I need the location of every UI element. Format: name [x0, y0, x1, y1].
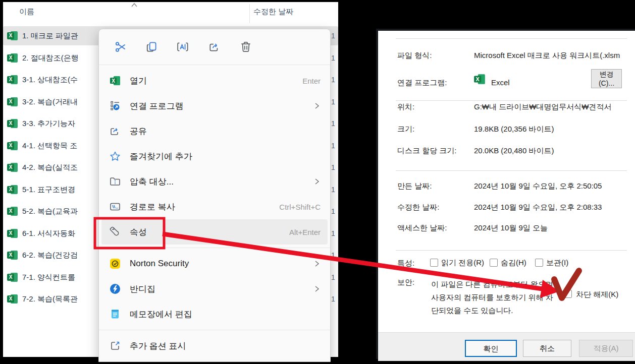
- excel-file-icon: X: [7, 185, 18, 195]
- menu-divider: [99, 330, 330, 330]
- unblock-checkbox[interactable]: [564, 289, 572, 298]
- excel-file-icon: X: [7, 97, 18, 107]
- menu-item-label: 경로로 복사: [130, 201, 275, 213]
- column-header-modified[interactable]: 수정한 날짜: [253, 7, 293, 17]
- norton-security-icon: [109, 258, 122, 270]
- size-on-disk-label: 디스크 할당 크기:: [397, 146, 457, 156]
- menu-item-share[interactable]: 공유: [101, 118, 328, 144]
- sort-ascending-icon[interactable]: [130, 2, 138, 8]
- excel-file-icon: X: [7, 272, 18, 282]
- attributes-label: 특성:: [397, 259, 414, 268]
- context-menu-toolbar: [99, 29, 330, 65]
- file-name: 3-2. 복습(거래내: [22, 92, 99, 111]
- context-menu: X 열기 Enter 연결 프로그램: [98, 29, 331, 362]
- checkbox-unchecked-icon: [564, 290, 572, 298]
- cut-button[interactable]: [105, 34, 136, 60]
- menu-item-open-with[interactable]: 연결 프로그램: [101, 93, 328, 118]
- file-name: 5-1. 표구조변경: [22, 180, 99, 199]
- menu-item-label: 열기: [130, 75, 298, 87]
- checkbox-unchecked-icon: [535, 259, 543, 267]
- menu-item-shortcut: Enter: [302, 77, 321, 85]
- svg-text:X: X: [476, 76, 480, 82]
- size-on-disk-value: 20.0KB (20,480 바이트): [474, 146, 634, 156]
- delete-icon: [239, 40, 252, 53]
- checkbox-unchecked-icon: [430, 259, 438, 267]
- file-date-fragment: 1: [331, 136, 335, 155]
- created-value: 2024년 10월 9일 수요일, 오후 2:50:05: [474, 181, 634, 191]
- menu-item-edit-in-notepad[interactable]: 메모장에서 편집: [101, 301, 328, 327]
- properties-dialog: 파일 형식: Microsoft Excel 매크로 사용 워크시트(.xlsm…: [376, 29, 635, 359]
- open-with-label: 연결 프로그램:: [397, 78, 447, 88]
- svg-text:X: X: [112, 78, 115, 84]
- column-header-name[interactable]: 이름: [19, 7, 34, 17]
- dialog-separator: [396, 170, 627, 171]
- menu-item-add-to-favorites[interactable]: 즐겨찾기에 추가: [101, 144, 328, 169]
- column-divider[interactable]: [249, 4, 250, 23]
- menu-item-open[interactable]: X 열기 Enter: [101, 68, 328, 93]
- file-date-fragment: 1: [331, 48, 335, 68]
- bandizip-icon: [109, 283, 122, 295]
- file-date-fragment: 1: [331, 26, 335, 45]
- menu-item-label: 공유: [130, 126, 321, 137]
- menu-item-copy-as-path[interactable]: 경로로 복사 Ctrl+Shift+C: [101, 194, 328, 219]
- menu-item-label: 압축 대상...: [130, 176, 308, 188]
- file-name: 3-1. 상대참조(수: [22, 70, 99, 89]
- hidden-checkbox[interactable]: 숨김(H): [490, 258, 526, 268]
- notepad-icon: [109, 308, 122, 320]
- delete-button[interactable]: [230, 34, 261, 60]
- accessed-label: 액세스한 날짜:: [397, 223, 447, 233]
- cancel-button[interactable]: 취소: [523, 340, 571, 357]
- excel-file-icon: X: [7, 118, 18, 129]
- menu-item-shortcut: Alt+Enter: [289, 228, 321, 236]
- share-button[interactable]: [199, 34, 230, 60]
- menu-item-shortcut: Ctrl+Shift+C: [279, 203, 321, 211]
- zip-folder-icon: [109, 175, 122, 188]
- location-label: 위치:: [397, 102, 414, 112]
- share-icon: [109, 125, 122, 137]
- read-only-checkbox[interactable]: 읽기 전용(R): [430, 258, 484, 268]
- file-name: 6-2. 복습(건강검: [22, 246, 99, 265]
- dialog-footer: 확인 취소 적용(A): [378, 332, 635, 361]
- menu-item-norton-security[interactable]: Norton Security: [101, 251, 328, 276]
- excel-file-icon: X: [7, 31, 18, 41]
- file-date-fragment: 1: [331, 224, 335, 243]
- open-with-icon: [109, 100, 122, 112]
- menu-item-properties[interactable]: 속성 Alt+Enter: [101, 219, 328, 245]
- copy-icon: [145, 40, 158, 53]
- menu-item-bandizip[interactable]: 반디집: [101, 276, 328, 301]
- file-type-value: Microsoft Excel 매크로 사용 워크시트(.xlsm: [474, 51, 634, 60]
- show-more-options-icon: [109, 340, 122, 352]
- menu-item-compress-to[interactable]: 압축 대상...: [101, 169, 328, 194]
- rename-button[interactable]: [168, 34, 199, 60]
- location-value: G:₩내 드라이브₩대명업무서식₩견적서: [474, 102, 634, 112]
- chevron-right-icon: [312, 285, 321, 293]
- file-name: 2. 절대참조(은행: [22, 48, 99, 68]
- modified-value: 2024년 10월 9일 수요일, 오후 2:08:33: [474, 203, 634, 212]
- wrench-icon: [109, 226, 122, 238]
- dialog-separator: [396, 250, 627, 251]
- checkbox-unchecked-icon: [490, 259, 498, 267]
- archive-checkbox[interactable]: 보관(I): [535, 258, 568, 268]
- rename-icon: [177, 40, 190, 53]
- file-date-fragment: 1: [331, 92, 335, 111]
- ok-button[interactable]: 확인: [465, 340, 517, 357]
- created-label: 만든 날짜:: [397, 181, 432, 191]
- accessed-value: 2024년 10월 9일 오늘: [474, 223, 634, 233]
- menu-item-label: 연결 프로그램: [130, 100, 308, 112]
- excel-file-icon: X: [7, 206, 18, 216]
- file-name: 3-3. 추가기능자: [22, 114, 99, 133]
- excel-file-icon: X: [7, 75, 18, 85]
- menu-item-label: 추가 옵션 표시: [130, 340, 321, 352]
- menu-item-show-more-options[interactable]: 추가 옵션 표시: [101, 333, 328, 358]
- file-name: 7-2. 복습(목록관: [22, 289, 99, 309]
- copy-button[interactable]: [136, 34, 168, 60]
- file-date-fragment: 1: [331, 246, 335, 265]
- excel-app-icon: X: [109, 75, 122, 87]
- security-description: 이 파일은 다른 컴퓨터로부터 왔으며 사용자의 컴퓨터를 보호하기 위해 차 …: [431, 278, 563, 317]
- file-date-fragment: 1: [331, 268, 335, 287]
- file-date-fragment: 1: [331, 70, 335, 89]
- menu-item-label: 즐겨찾기에 추가: [130, 151, 321, 162]
- change-button[interactable]: 변경(C)...: [591, 69, 622, 88]
- excel-file-icon: X: [7, 141, 18, 151]
- file-date-fragment: 1: [331, 202, 335, 221]
